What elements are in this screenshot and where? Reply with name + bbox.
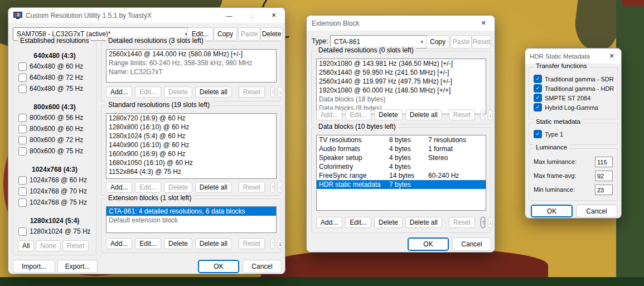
block-bytes: 4 bytes (389, 162, 428, 171)
established-resolution-checkbox[interactable]: 1024x768 @ 60 Hz (13, 174, 96, 186)
list-item[interactable]: 1152x864 (4:3) @ 75 Hz (106, 167, 276, 176)
move-down-icon[interactable]: ↓ (278, 238, 282, 249)
established-resolution-checkbox[interactable]: 800x600 @ 60 Hz (13, 123, 96, 134)
list-item[interactable]: 1280x720 (16:9) @ 60 Hz (106, 114, 276, 123)
data-block-row[interactable]: Colorimetry4 bytes (317, 162, 486, 171)
all-button[interactable]: All (18, 240, 34, 251)
ok-button[interactable]: OK (408, 237, 449, 251)
move-up-icon[interactable]: ↑ (481, 217, 485, 228)
established-resolution-checkbox[interactable]: 640x480 @ 75 Hz (13, 83, 96, 94)
list-item[interactable]: 2560x1440 @ 119.997 Hz (497.75 MHz) [+/-… (317, 77, 486, 86)
delete-button[interactable]: Delete (374, 217, 403, 228)
ok-button[interactable]: OK (198, 260, 239, 273)
data-block-row[interactable]: Audio formats4 bytes1 format (317, 144, 486, 153)
checkbox-smpte-st-2084[interactable]: ✓ SMPTE ST 2084 (529, 93, 617, 103)
block-bytes: 8 bytes (389, 135, 428, 144)
list-item[interactable]: Name: LC32G7xT (106, 67, 276, 76)
established-resolution-checkbox[interactable]: 800x600 @ 56 Hz (13, 112, 96, 123)
list-item[interactable]: Data blocks (18 bytes) (317, 95, 486, 104)
delete-button[interactable]: Delete (164, 238, 192, 249)
list-item[interactable]: 1920x1080 @ 60.000 Hz (148.50 MHz) [+/+] (317, 86, 486, 95)
cancel-button[interactable]: Cancel (576, 205, 617, 217)
delete-all-button[interactable]: Delete all (405, 109, 442, 120)
add-button[interactable]: Add... (316, 217, 342, 228)
titlebar[interactable]: Extension Block ✕ (307, 16, 495, 31)
extension-blocks-list: CTA-861: 4 detailed resolutions, 6 data … (106, 206, 277, 233)
cancel-button[interactable]: Cancel (452, 237, 491, 251)
data-block-row[interactable]: Speaker setup4 bytesStereo (317, 153, 486, 162)
list-item-selected[interactable]: CTA-861: 4 detailed resolutions, 6 data … (106, 207, 276, 216)
reset-button: Reset (239, 182, 265, 193)
standard-resolutions-group: Standard resolutions (19 slots left) 128… (101, 105, 282, 196)
add-button[interactable]: Add... (106, 86, 132, 98)
checkbox-type-1[interactable]: ✓ Type 1 (529, 129, 617, 139)
block-name: FreeSync range (319, 171, 389, 180)
window-title: HDR Static Metadata (530, 53, 590, 60)
wallpaper-maroon-bottom (261, 249, 548, 286)
checkbox-traditional-gamma-hdr[interactable]: ✓ Traditional gamma - HDR (529, 84, 617, 93)
checkbox-label: 1024x768 @ 75 Hz (30, 198, 87, 206)
list-item[interactable]: 2560x1440 @ 144.000 Hz (580.08 MHz) [+/-… (106, 50, 276, 59)
minimize-icon[interactable]: — (218, 8, 240, 23)
checkbox-checked-icon: ✓ (534, 84, 542, 93)
checkbox-label: 640x480 @ 72 Hz (30, 74, 83, 81)
list-item[interactable]: Range limits: 60-240 Hz, 358-358 kHz, 98… (106, 59, 276, 67)
list-item[interactable]: 1920x1080 @ 143.981 Hz (346.50 MHz) [+/-… (317, 59, 486, 68)
add-button[interactable]: Add... (106, 182, 132, 193)
list-item[interactable]: 1680x1050 (16:10) @ 60 Hz (106, 158, 276, 167)
close-icon[interactable]: ✕ (472, 16, 495, 31)
close-icon[interactable]: ✕ (263, 8, 285, 23)
detailed-resolutions-list: 2560x1440 @ 144.000 Hz (580.08 MHz) [+/-… (106, 49, 277, 83)
established-resolution-checkbox[interactable]: 1280x1024 @ 75 Hz (13, 226, 96, 237)
delete-all-button[interactable]: Delete all (195, 238, 232, 249)
list-item[interactable]: 1280x1024 (5:4) @ 60 Hz (106, 132, 276, 140)
copy-button[interactable]: Copy (426, 35, 449, 49)
data-block-row[interactable]: FreeSync range14 bytes60-240 Hz (317, 171, 486, 180)
list-item[interactable]: Default extension block (106, 216, 276, 225)
checkbox-hybrid-log-gamma[interactable]: ✓ Hybrid Log-Gamma (529, 103, 617, 112)
list-item[interactable]: 1600x900 (16:9) @ 60 Hz (106, 149, 276, 158)
checkbox-traditional-gamma-sdr[interactable]: ✓ Traditional gamma - SDR (529, 74, 617, 84)
titlebar[interactable]: HDR Static Metadata ✕ (525, 49, 621, 64)
group-label: Static metadata (534, 118, 583, 125)
data-block-row-selected[interactable]: HDR static metadata7 bytes (317, 180, 486, 189)
cancel-button[interactable]: Cancel (243, 260, 282, 273)
delete-all-button[interactable]: Delete all (195, 182, 232, 193)
hdr-static-metadata-window: HDR Static Metadata ✕ Transfer functions… (525, 48, 622, 219)
checkbox-checked-icon: ✓ (534, 103, 542, 112)
delete-display-button[interactable]: Delete (260, 27, 283, 41)
add-button: Add... (316, 109, 342, 120)
min-luminance-input[interactable] (595, 185, 613, 195)
add-button[interactable]: Add... (106, 238, 132, 249)
ok-button[interactable]: OK (531, 205, 573, 217)
max-frame-avg-input[interactable] (595, 171, 613, 181)
established-resolution-checkbox[interactable]: 800x600 @ 75 Hz (13, 146, 96, 157)
edit-button[interactable]: Edit... (345, 217, 371, 228)
max-luminance-input[interactable] (595, 157, 613, 167)
move-down-icon: ↓ (278, 182, 282, 193)
standard-resolutions-list: 1280x720 (16:9) @ 60 Hz 1280x800 (16:10)… (106, 113, 277, 179)
import-button[interactable]: Import... (13, 260, 55, 273)
list-item[interactable]: 1440x900 (16:10) @ 60 Hz (106, 140, 276, 149)
established-resolution-checkbox[interactable]: 640x480 @ 60 Hz (13, 61, 96, 72)
copy-button[interactable]: Copy (214, 27, 237, 41)
list-item[interactable]: 2560x1440 @ 59.950 Hz (241.50 MHz) [+/-] (317, 68, 486, 77)
edit-button[interactable]: Edit... (135, 238, 161, 249)
export-button[interactable]: Export... (57, 260, 98, 273)
delete-all-button[interactable]: Delete all (195, 86, 232, 98)
reset-established-button: Reset (62, 240, 89, 251)
titlebar[interactable]: Custom Resolution Utility 1.5.1 by Toast… (8, 8, 285, 23)
move-down-icon: ↓ (488, 109, 492, 120)
established-resolution-checkbox[interactable]: 1024x768 @ 70 Hz (13, 186, 96, 197)
window-title: Custom Resolution Utility 1.5.1 by Toast… (26, 12, 152, 20)
resolution-group-header: 1024x768 (4:3) (13, 164, 96, 174)
list-item[interactable]: 1280x800 (16:10) @ 60 Hz (106, 123, 276, 132)
data-block-row[interactable]: TV resolutions8 bytes7 resolutions (317, 135, 486, 144)
delete-all-button[interactable]: Delete all (405, 217, 442, 228)
established-resolution-checkbox[interactable]: 800x600 @ 72 Hz (13, 134, 96, 146)
delete-button[interactable]: Delete (374, 109, 403, 120)
established-resolution-checkbox[interactable]: 1024x768 @ 75 Hz (13, 197, 96, 208)
edit-button: Edit... (345, 109, 371, 120)
established-resolution-checkbox[interactable]: 640x480 @ 72 Hz (13, 72, 96, 83)
close-icon[interactable]: ✕ (602, 49, 621, 64)
